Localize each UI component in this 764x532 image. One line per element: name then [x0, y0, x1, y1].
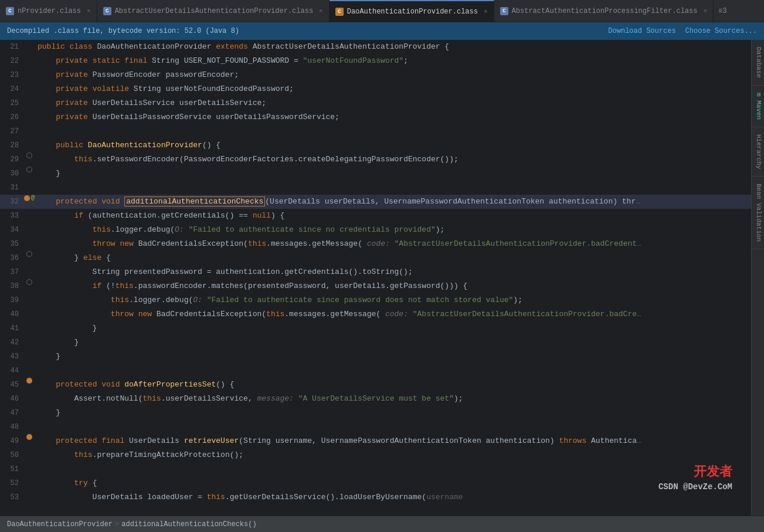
code-line-22: 22 private static final String USER_NOT_… [0, 54, 751, 68]
sidebar-hierarchy[interactable]: Hierarchy [752, 127, 764, 177]
choose-sources-link[interactable]: Choose Sources... [685, 27, 757, 35]
code-line-33: 33 if (authentication.getCredentials() =… [0, 209, 751, 223]
code-line-30: 30 } [0, 167, 751, 181]
tab-nprovider[interactable]: C nProvider.class × [0, 0, 97, 22]
code-editor[interactable]: 21 public class DaoAuthenticationProvide… [0, 40, 751, 516]
code-line-42: 42 } [0, 336, 751, 350]
tab-icon-1: C [6, 7, 14, 15]
breadcrumb-class: DaoAuthenticationProvider [7, 520, 113, 528]
main-area: 21 public class DaoAuthenticationProvide… [0, 40, 764, 516]
tab-close-1[interactable]: × [87, 8, 91, 15]
code-line-43: 43 } [0, 350, 751, 364]
code-line-52: 52 try { [0, 476, 751, 490]
tab-abstract-filter[interactable]: C AbstractAuthenticationProcessingFilter… [494, 0, 714, 22]
breakpoint-icon-3 [26, 434, 32, 440]
code-line-53: 53 UserDetails loadedUser = this.getUser… [0, 490, 751, 504]
breakpoint-icon-2 [26, 378, 32, 384]
code-line-44: 44 [0, 364, 751, 378]
code-line-29: 29 this.setPasswordEncoder(PasswordEncod… [0, 153, 751, 167]
code-line-31: 31 [0, 181, 751, 195]
code-line-21: 21 public class DaoAuthenticationProvide… [0, 40, 751, 54]
code-line-39: 39 this.logger.debug(O: "Failed to authe… [0, 293, 751, 307]
tab-label-2: AbstractUserDetailsAuthenticationProvide… [115, 7, 313, 15]
code-line-25: 25 private UserDetailsService userDetail… [0, 96, 751, 110]
info-bar-actions: Download Sources Choose Sources... [608, 27, 757, 35]
code-line-34: 34 this.logger.debug(O: "Failed to authe… [0, 223, 751, 237]
info-bar: Decompiled .class file, bytecode version… [0, 22, 764, 40]
tab-bar: C nProvider.class × C AbstractUserDetail… [0, 0, 764, 22]
tab-close-2[interactable]: × [319, 8, 323, 15]
breadcrumb-method: additionalAuthenticationChecks() [121, 520, 256, 528]
code-line-38: 38 if (!this.passwordEncoder.matches(pre… [0, 279, 751, 293]
tab-overflow[interactable]: ≡3 [714, 7, 731, 15]
code-line-35: 35 throw new BadCredentialsException(thi… [0, 237, 751, 251]
code-line-24: 24 private volatile String userNotFoundE… [0, 82, 751, 96]
code-line-50: 50 this.prepareTimingAttackProtection(); [0, 448, 751, 462]
code-line-46: 46 Assert.notNull(this.userDetailsServic… [0, 392, 751, 406]
sidebar-maven[interactable]: m Maven [752, 86, 764, 127]
code-line-26: 26 private UserDetailsPasswordService us… [0, 110, 751, 124]
code-line-49: 49 protected final UserDetails retrieveU… [0, 434, 751, 448]
tab-icon-2: C [103, 7, 111, 15]
tab-dao[interactable]: C DaoAuthenticationProvider.class × [330, 0, 494, 22]
code-line-23: 23 private PasswordEncoder passwordEncod… [0, 68, 751, 82]
tab-label-3: DaoAuthenticationProvider.class [347, 8, 478, 16]
download-sources-link[interactable]: Download Sources [608, 27, 675, 35]
sidebar-database[interactable]: Database [752, 40, 764, 86]
code-line-32: 32 @ protected void additionalAuthentica… [0, 195, 751, 209]
code-line-45: 45 protected void doAfterPropertiesSet()… [0, 378, 751, 392]
tab-label-4: AbstractAuthenticationProcessingFilter.c… [512, 7, 698, 15]
code-line-41: 41 } [0, 321, 751, 336]
sidebar-bean-validation[interactable]: Bean Validation [752, 177, 764, 249]
decompile-info: Decompiled .class file, bytecode version… [7, 27, 239, 35]
right-sidebar: Database m Maven Hierarchy Bean Validati… [751, 40, 764, 516]
tab-icon-4: C [500, 7, 508, 15]
tab-label-1: nProvider.class [18, 7, 81, 15]
breakpoint-icon [24, 195, 30, 201]
status-bar: DaoAuthenticationProvider > additionalAu… [0, 516, 764, 532]
tab-close-3[interactable]: × [484, 8, 488, 15]
tab-close-4[interactable]: × [703, 8, 707, 15]
code-line-51: 51 [0, 462, 751, 476]
code-line-27: 27 [0, 124, 751, 138]
code-line-48: 48 [0, 420, 751, 434]
tab-icon-3: C [335, 8, 344, 16]
code-line-36: 36 } else { [0, 251, 751, 265]
code-line-40: 40 throw new BadCredentialsException(thi… [0, 307, 751, 321]
code-line-47: 47 } [0, 406, 751, 420]
code-line-37: 37 String presentedPassword = authentica… [0, 265, 751, 279]
breadcrumb-separator: > [115, 520, 119, 528]
code-line-28: 28 public DaoAuthenticationProvider() { [0, 138, 751, 153]
tab-abstract-user[interactable]: C AbstractUserDetailsAuthenticationProvi… [97, 0, 330, 22]
breadcrumb: DaoAuthenticationProvider > additionalAu… [7, 520, 257, 528]
